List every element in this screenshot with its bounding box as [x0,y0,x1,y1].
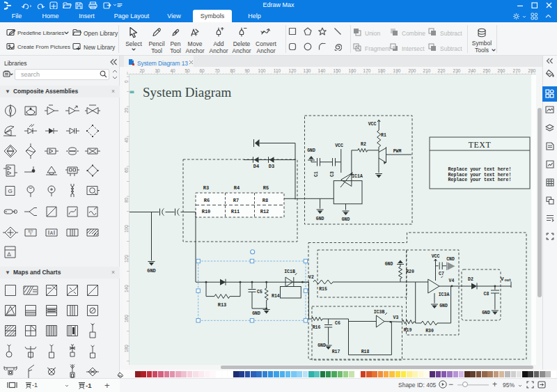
svg-text:D3: D3 [269,164,274,169]
svg-text:GND: GND [317,343,326,348]
svg-text:R6: R6 [204,198,210,203]
svg-text:D4: D4 [253,164,259,169]
svg-text:R10: R10 [202,209,211,214]
svg-text:G: G [8,188,12,194]
svg-text:140: 140 [124,285,129,292]
svg-text:V3: V3 [393,315,399,320]
svg-text:GND: GND [385,262,393,267]
svg-text:Replace your text here!: Replace your text here! [448,167,511,172]
svg-text:IC3B: IC3B [374,310,385,315]
svg-text:GND: GND [252,311,260,316]
svg-text:PWM: PWM [393,149,402,154]
svg-text:GND: GND [307,148,315,153]
svg-text:GND: GND [147,268,156,274]
svg-text:C7: C7 [439,272,444,276]
svg-text:0: 0 [124,80,129,83]
svg-text:V4: V4 [449,279,455,283]
svg-text:Y: Y [29,233,31,236]
svg-text:V2: V2 [308,275,314,280]
svg-text:R16: R16 [313,325,321,330]
svg-text:V: V [501,276,504,282]
svg-text:A: A [50,230,54,235]
svg-text:160: 160 [124,315,129,322]
svg-text:C3: C3 [330,171,335,177]
svg-text:Replace your text here!: Replace your text here! [448,173,511,178]
svg-text:GND: GND [482,311,490,315]
svg-text:A: A [8,251,10,256]
svg-text:R2: R2 [361,142,366,147]
svg-text:C5: C5 [257,290,262,295]
svg-text:GND: GND [316,217,324,221]
svg-text:D2: D2 [468,277,473,282]
svg-text:120: 120 [124,255,129,262]
svg-text:R5: R5 [263,185,269,191]
svg-text:TEXT: TEXT [469,140,492,150]
svg-text:VCC: VCC [368,122,377,127]
svg-text:VCC: VCC [335,143,343,148]
svg-text:R20: R20 [406,269,414,274]
svg-text:R14: R14 [272,294,280,299]
svg-text:IC1B: IC1B [284,269,295,274]
svg-text:R30: R30 [425,329,434,334]
svg-text:R7: R7 [233,198,239,203]
svg-text:R13: R13 [218,302,227,308]
svg-text:40: 40 [124,137,129,143]
svg-text:System Diagram: System Diagram [143,85,231,100]
svg-text:80: 80 [124,197,129,203]
svg-text:IC1A: IC1A [352,174,363,179]
svg-text:R1: R1 [381,133,386,138]
svg-text:IC3A: IC3A [439,292,450,297]
svg-text:GND: GND [342,217,350,222]
svg-text:R17: R17 [332,350,340,354]
svg-text:C8: C8 [484,292,489,297]
svg-text:CND: CND [446,257,455,262]
svg-text:C6: C6 [335,321,340,326]
svg-text:180: 180 [124,345,129,352]
svg-text:out: out [505,278,512,283]
svg-text:Replace your text here!: Replace your text here! [448,178,511,182]
svg-text:R18: R18 [361,350,370,354]
svg-text:R15: R15 [319,287,327,292]
svg-text:R3: R3 [203,185,209,191]
svg-text:R19: R19 [404,328,412,333]
svg-text:20: 20 [124,107,129,113]
svg-text:R11: R11 [231,209,240,214]
svg-text:R12: R12 [260,209,269,214]
svg-text:R8: R8 [262,198,268,203]
svg-text:C1: C1 [314,171,319,177]
svg-text:VCC: VCC [432,254,440,259]
svg-text:100: 100 [124,225,129,233]
svg-text:60: 60 [124,167,129,173]
svg-text:R4: R4 [234,185,240,191]
svg-text:GND: GND [439,304,448,308]
